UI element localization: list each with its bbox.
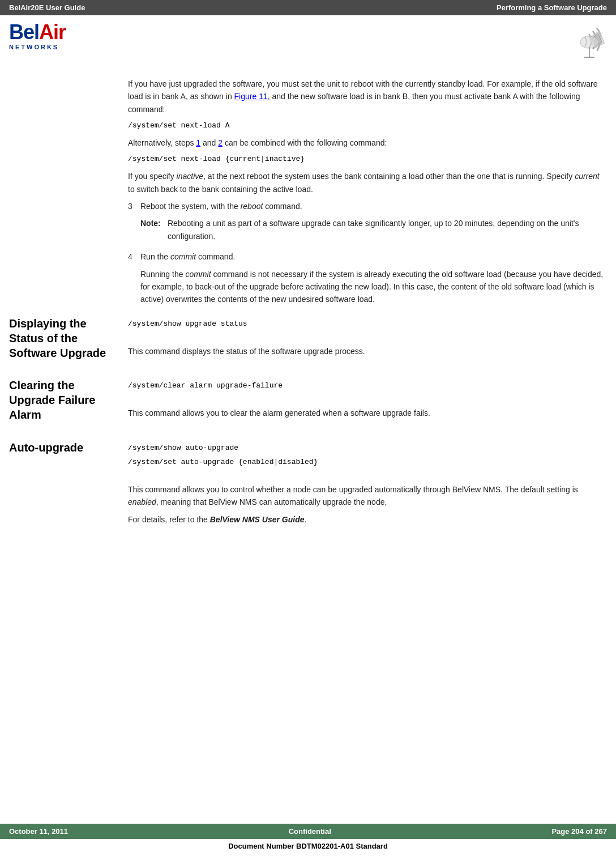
antenna-icon [562,22,607,62]
displaying-content: /system/show upgrade status This command… [128,316,607,363]
step2-link[interactable]: 2 [218,138,223,147]
logo-left: BelAir NETWORKS [9,22,66,50]
autoupgrade-section: Auto-upgrade /system/show auto-upgrade /… [0,440,616,530]
footer-page: Page 204 of 267 [551,827,607,836]
step3-number: 3 [128,200,140,246]
code-nextload-combined: /system/set next-load {current|inactive} [128,154,607,165]
autoupgrade-desc2: For details, refer to the BelView NMS Us… [128,513,607,526]
clearing-code: /system/clear alarm upgrade-failure [128,380,607,392]
autoupgrade-row: Auto-upgrade /system/show auto-upgrade /… [9,440,607,530]
footer-date: October 11, 2011 [9,827,68,836]
displaying-desc: This command displays the status of the … [128,345,607,357]
footer-doc: Document Number BDTM02201-A01 Standard [0,842,616,850]
step4-number: 4 [128,250,140,310]
autoupgrade-desc1: This command allows you to control wheth… [128,483,607,509]
clearing-content: /system/clear alarm upgrade-failure This… [128,378,607,424]
clearing-row: Clearing the Upgrade Failure Alarm /syst… [9,378,607,424]
autoupgrade-content: /system/show auto-upgrade /system/set au… [128,440,607,530]
autoupgrade-code2: /system/set auto-upgrade {enabled|disabl… [128,457,607,469]
note-block: Note: Rebooting a unit as part of a soft… [140,217,607,242]
footer-bar: October 11, 2011 Confidential Page 204 o… [0,824,616,839]
displaying-code: /system/show upgrade status [128,318,607,330]
logo-bel: Bel [9,20,39,44]
header-right: Performing a Software Upgrade [497,3,607,12]
note-label: Note: [140,217,168,242]
note-content: Rebooting a unit as part of a software u… [168,217,607,242]
displaying-label: Displaying the Status of the Software Up… [9,316,128,363]
step3-item: 3 Reboot the system, with the reboot com… [128,200,607,246]
logo-text: BelAir [9,22,66,42]
logo-air: Air [39,20,66,44]
top-content-area: If you have just upgraded the software, … [0,66,616,310]
step4-text: Run the commit command. [140,250,607,263]
footer-confidential: Confidential [289,827,331,836]
displaying-row: Displaying the Status of the Software Up… [9,316,607,363]
code-1: /system/set next-load A [128,120,607,132]
autoupgrade-label: Auto-upgrade [9,440,128,530]
code-nextload-a: /system/set next-load A [128,120,607,132]
code-2: /system/set next-load {current|inactive} [128,154,607,165]
displaying-section: Displaying the Status of the Software Up… [0,316,616,363]
step4-content: Run the commit command. Running the comm… [140,250,607,310]
clearing-label: Clearing the Upgrade Failure Alarm [9,378,128,424]
logo-area: BelAir NETWORKS [0,15,616,66]
autoupgrade-code1: /system/show auto-upgrade [128,442,607,454]
svg-point-2 [580,36,598,48]
step4-desc: Running the commit command is not necess… [140,268,607,306]
top-para-3: If you specify inactive, at the next reb… [128,170,607,195]
top-para-1: If you have just upgraded the software, … [128,78,607,116]
step3-text: Reboot the system, with the reboot comma… [140,200,607,212]
header-bar: BelAir20E User Guide Performing a Softwa… [0,0,616,15]
clearing-desc: This command allows you to clear the ala… [128,407,607,419]
step4-item: 4 Run the commit command. Running the co… [128,250,607,310]
figure11-link[interactable]: Figure 11 [234,92,268,101]
step3-content: Reboot the system, with the reboot comma… [140,200,607,246]
top-para-2: Alternatively, steps 1 and 2 can be comb… [128,137,607,149]
clearing-section: Clearing the Upgrade Failure Alarm /syst… [0,378,616,424]
logo-networks: NETWORKS [9,44,66,50]
header-left: BelAir20E User Guide [9,3,85,12]
step1-link[interactable]: 1 [196,138,200,147]
